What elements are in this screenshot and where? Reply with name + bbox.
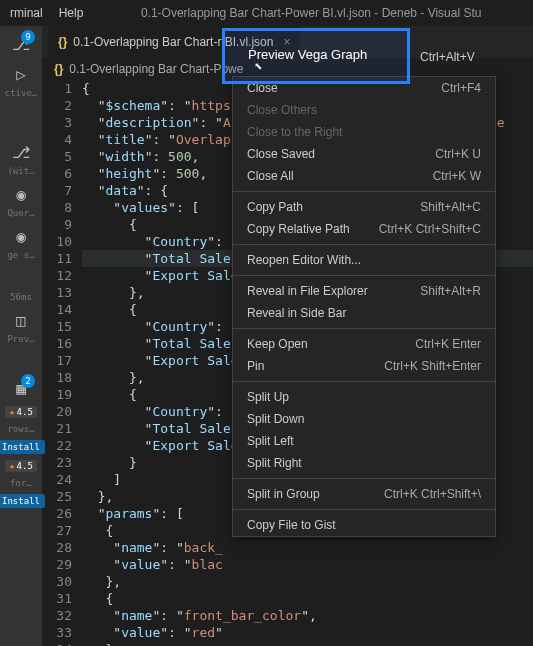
menu-split-left[interactable]: Split Left — [233, 430, 495, 452]
menu-close-saved[interactable]: Close SavedCtrl+K U — [233, 143, 495, 165]
menu-copy-gist[interactable]: Copy File to Gist — [233, 514, 495, 536]
menu-copy-path[interactable]: Copy PathShift+Alt+C — [233, 196, 495, 218]
activity-item[interactable]: ◫ Prev… — [7, 308, 34, 344]
menu-terminal[interactable]: rminal — [10, 6, 43, 20]
label: Quer… — [7, 208, 34, 218]
menu-close-right: Close to the Right — [233, 121, 495, 143]
rating: ★4.5 — [5, 460, 37, 472]
install-button[interactable]: Install — [0, 440, 45, 454]
badge: 9 — [21, 30, 35, 44]
circle-icon: ◉ — [9, 224, 33, 248]
menu-copy-relative-path[interactable]: Copy Relative PathCtrl+K Ctrl+Shift+C — [233, 218, 495, 240]
activity-item[interactable]: ⎇ 9 — [9, 32, 33, 56]
activity-item[interactable]: ▷ ctive… — [5, 62, 38, 98]
menu-keep-open[interactable]: Keep OpenCtrl+K Enter — [233, 333, 495, 355]
label: ctive… — [5, 88, 38, 98]
git-icon: ⎇ — [9, 140, 33, 164]
menu-close[interactable]: CloseCtrl+F4 — [233, 77, 495, 99]
breadcrumb-label: 0.1-Overlapping Bar Chart-Powe — [69, 62, 243, 76]
activity-bar: ⎇ 9 ▷ ctive… ⎇ (wit… ◉ Quer… ◉ ge s… 56m… — [0, 26, 42, 646]
circle-icon: ◉ — [9, 182, 33, 206]
extensions[interactable]: ▦ 2 — [9, 376, 33, 400]
menu-close-all[interactable]: Close AllCtrl+K W — [233, 165, 495, 187]
menu-preview-vega[interactable]: Preview Vega Graph — [248, 47, 367, 62]
menu-split-down[interactable]: Split Down — [233, 408, 495, 430]
install-button[interactable]: Install — [0, 494, 45, 508]
label: Prev… — [7, 334, 34, 344]
label: for… — [10, 478, 32, 488]
menu-reveal-sidebar[interactable]: Reveal in Side Bar — [233, 302, 495, 324]
perf-label: 56ms — [10, 292, 32, 302]
menu-help[interactable]: Help — [59, 6, 84, 20]
activity-item[interactable]: ◉ ge s… — [7, 224, 34, 260]
tab-label: 0.1-Overlapping Bar Chart-r BI.vl.json — [73, 35, 273, 49]
json-icon: {} — [58, 35, 67, 49]
json-icon: {} — [54, 62, 63, 76]
label: rows… — [7, 424, 34, 434]
label: (wit… — [7, 166, 34, 176]
activity-item[interactable]: ◉ Quer… — [7, 182, 34, 218]
shortcut-label: Ctrl+Alt+V — [420, 50, 475, 64]
menu-reveal-explorer[interactable]: Reveal in File ExplorerShift+Alt+R — [233, 280, 495, 302]
menu-split-right[interactable]: Split Right — [233, 452, 495, 474]
menu-split-up[interactable]: Split Up — [233, 386, 495, 408]
line-gutter: 1234567891011121314151617181920212223242… — [42, 80, 82, 646]
context-menu: CloseCtrl+F4 Close Others Close to the R… — [232, 76, 496, 537]
activity-item[interactable]: ⎇ (wit… — [7, 140, 34, 176]
rating: ★4.5 — [5, 406, 37, 418]
menu-split-group[interactable]: Split in GroupCtrl+K Ctrl+Shift+\ — [233, 483, 495, 505]
label: ge s… — [7, 250, 34, 260]
menu-close-others: Close Others — [233, 99, 495, 121]
run-icon: ▷ — [9, 62, 33, 86]
badge: 2 — [21, 374, 35, 388]
menu-pin[interactable]: PinCtrl+K Shift+Enter — [233, 355, 495, 377]
chart-icon: ◫ — [9, 308, 33, 332]
menu-reopen-with[interactable]: Reopen Editor With... — [233, 249, 495, 271]
window-title: 0.1-Overlapping Bar Chart-Power BI.vl.js… — [99, 6, 523, 20]
